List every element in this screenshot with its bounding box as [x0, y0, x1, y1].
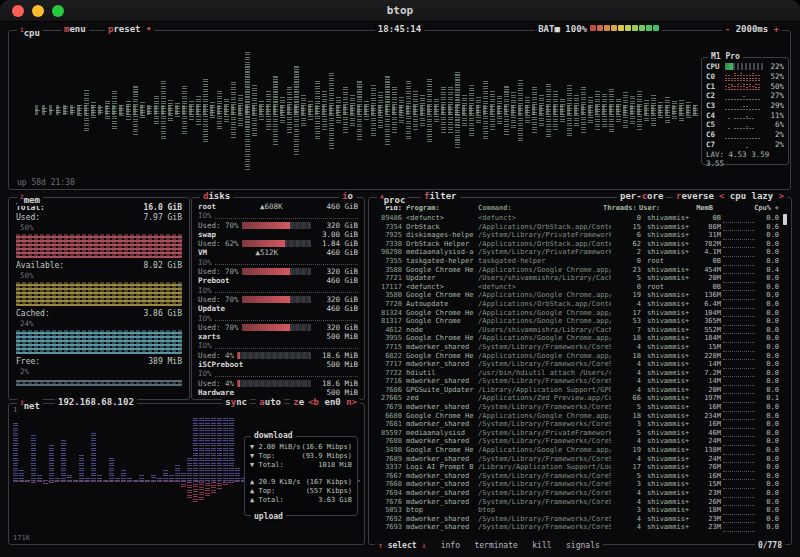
memory-box-title: 2mem	[17, 191, 43, 206]
per-core-toggle[interactable]: per-core	[617, 191, 666, 202]
core-row: C56%	[702, 120, 788, 130]
kill-button[interactable]: kill	[532, 541, 551, 550]
menu-button[interactable]: menu	[61, 24, 89, 35]
battery-meter	[590, 25, 659, 31]
update-interval[interactable]: - 2000ms +	[722, 24, 782, 35]
process-row[interactable]: 6822Google Chrome He/Applications/Google…	[375, 352, 779, 361]
cpu-box-title: 1cpu	[17, 24, 43, 39]
disk-row: Update460 GiB	[198, 304, 358, 313]
info-button[interactable]: info	[441, 541, 460, 550]
select-label[interactable]: select	[388, 541, 417, 550]
process-row[interactable]: 7694mdworker_shared/System/Library/Frame…	[375, 489, 779, 498]
process-row[interactable]: 98298mediaanalysisd-a/System/Library/Pri…	[375, 248, 779, 257]
process-row[interactable]: 7686GPGSuite_Updater/Library/Application…	[375, 386, 779, 395]
disk-row: Hardware500 MiB	[198, 388, 358, 397]
reverse-toggle[interactable]: reverse	[673, 191, 717, 202]
core-list: CPU22%C052%C150%C227%C329%C411%C56%C62%C…	[702, 58, 788, 149]
process-row[interactable]: 4612node/Users/shivammishra/Library/Cach…	[375, 326, 779, 335]
process-row[interactable]: 17117<defunct><defunct>0root0B0.0	[375, 283, 779, 292]
disk-row: Preboot460 GiB	[198, 276, 358, 285]
uptime-label: up 58d 21:38	[17, 178, 75, 187]
process-row[interactable]: 7689mdworker_shared/System/Library/Frame…	[375, 455, 779, 464]
disk-row: iSCPreboot500 MiB	[198, 360, 358, 369]
disks-box-title: disks	[200, 191, 233, 202]
io-toggle[interactable]: io	[339, 191, 356, 202]
disk-row: VM▲512K460 GiB	[198, 248, 358, 257]
sync-toggle[interactable]: sync	[222, 397, 250, 408]
process-row[interactable]: 7338OrbStack Helper/Applications/OrbStac…	[375, 240, 779, 249]
core-row: C62%	[702, 130, 788, 140]
nic-switcher[interactable]: <b en0 n>	[305, 397, 360, 408]
process-row[interactable]: 5053btopbtop3shivammis+18M0.0	[375, 506, 779, 515]
process-row[interactable]: 6680Google Chrome He/Applications/Google…	[375, 412, 779, 421]
process-row[interactable]: 7688mdworker_shared/System/Library/Frame…	[375, 437, 779, 446]
process-row[interactable]: 81324Google Chrome He/Applications/Googl…	[375, 309, 779, 318]
process-row[interactable]: 7679mdworker_shared/System/Library/Frame…	[375, 403, 779, 412]
filter-button[interactable]: filter	[421, 191, 460, 202]
disk-row: root▲608K460 GiB	[198, 202, 358, 211]
core-row: C227%	[702, 91, 788, 101]
signals-button[interactable]: signals	[566, 541, 600, 550]
process-rows: 89486<defunct><defunct>0shivammis+0B0.07…	[375, 214, 779, 534]
process-row[interactable]: 7354OrbStack/Applications/OrbStack.app/C…	[375, 223, 779, 232]
cpu-cores-panel: M1 Pro CPU22%C052%C150%C227%C329%C411%C5…	[701, 57, 789, 165]
memory-box: 2mem Total:16.0 GiBUsed:7.97 GiB50%Avail…	[8, 197, 190, 400]
core-row: C150%	[702, 81, 788, 91]
core-usage-graph	[725, 140, 763, 148]
core-row: C411%	[702, 110, 788, 120]
auto-toggle[interactable]: auto	[256, 397, 284, 408]
core-row: C72%	[702, 140, 788, 150]
process-box: 4proc filter per-core reverse tree < cpu…	[368, 197, 792, 545]
core-usage-graph	[725, 73, 763, 81]
download-stats: ▼ 2.08 MiB/s(16.6 Mibps)▼ Top:(93.9 Mibp…	[248, 443, 354, 470]
process-row[interactable]: 7720Autoupdate/Applications/OrbStack.app…	[375, 300, 779, 309]
core-row: C052%	[702, 72, 788, 82]
terminate-button[interactable]: terminate	[474, 541, 517, 550]
process-row[interactable]: 7668mdworker_shared/System/Library/Frame…	[375, 480, 779, 489]
process-row[interactable]: 7716mdworker_shared/System/Library/Frame…	[375, 377, 779, 386]
disks-box: disks io root▲608K460 GiBIO%Used: 70%320…	[191, 197, 365, 400]
process-row[interactable]: 7693mdworker_shared/System/Library/Frame…	[375, 523, 779, 532]
disk-row: xarts500 MiB	[198, 332, 358, 341]
btop-window: btop 1cpu menu preset • 18:45:14 BAT■ 10…	[0, 0, 800, 557]
preset-button[interactable]: preset •	[105, 24, 154, 35]
network-box-title: 3net	[17, 397, 43, 412]
process-row[interactable]: 3498Google Chrome He/Applications/Google…	[375, 446, 779, 455]
process-row[interactable]: 27665zed/Applications/Zed Preview.app/Co…	[375, 394, 779, 403]
cpu-usage-graph	[35, 47, 699, 173]
mem-stat-row: Available:8.02 GiB	[16, 261, 182, 271]
process-row[interactable]: 7667mdworker_shared/System/Library/Frame…	[375, 472, 779, 481]
sort-selector[interactable]: < cpu lazy >	[716, 191, 787, 202]
process-row[interactable]: 7925diskimages-helpe/System/Library/Priv…	[375, 231, 779, 240]
network-stats-panel: download ▼ 2.08 MiB/s(16.6 Mibps)▼ Top:(…	[244, 436, 358, 516]
mem-graph-free	[16, 380, 182, 386]
process-scrollbar[interactable]	[783, 214, 787, 532]
process-row[interactable]: 89486<defunct><defunct>0shivammis+0B0.0	[375, 214, 779, 223]
process-row[interactable]: 3588Google Chrome He/Applications/Google…	[375, 266, 779, 275]
ip-address: 192.168.68.102	[55, 397, 137, 408]
disk-row: swap3.00 GiB	[198, 230, 358, 239]
process-row[interactable]: 7721Updater/Users/shivammishra/Library/C…	[375, 274, 779, 283]
process-row[interactable]: 3580Google Chrome He/Applications/Google…	[375, 291, 779, 300]
process-row[interactable]: 81317Google Chrome/Applications/Google C…	[375, 317, 779, 326]
process-row[interactable]: 7355taskgated-helpertaskgated-helper0roo…	[375, 257, 779, 266]
core-usage-graph	[725, 131, 763, 139]
cpu-box: 1cpu menu preset • 18:45:14 BAT■ 100% - …	[8, 30, 791, 190]
process-row[interactable]: 7676mdworker_shared/System/Library/Frame…	[375, 498, 779, 507]
upload-stats: ▲ 20.9 KiB/s(167 Kibps)▲ Top:(557 Kibps)…	[248, 478, 354, 505]
select-up-icon[interactable]: ↑	[378, 541, 383, 550]
cpu-model-title: M1 Pro	[708, 51, 743, 62]
scrollbar-thumb[interactable]	[783, 214, 787, 225]
mem-stat-row: Used:7.97 GiB	[16, 213, 182, 223]
process-row[interactable]: 7717mdworker_shared/System/Library/Frame…	[375, 360, 779, 369]
titlebar: btop	[0, 0, 800, 22]
process-row[interactable]: 85597mediaanalysisd/System/Library/Priva…	[375, 429, 779, 438]
process-row[interactable]: 7692mdworker_shared/System/Library/Frame…	[375, 515, 779, 524]
process-row[interactable]: 7681mdworker_shared/System/Library/Frame…	[375, 420, 779, 429]
process-row[interactable]: 3337Logi AI Prompt B/Library/Application…	[375, 463, 779, 472]
process-table-header[interactable]: Pid: Program: Command: Threads: User: Me…	[375, 204, 779, 212]
process-row[interactable]: 7722hdiutil/usr/bin/hdiutil attach /User…	[375, 369, 779, 378]
process-row[interactable]: 7715mdworker_shared/System/Library/Frame…	[375, 343, 779, 352]
select-down-icon[interactable]: ↓	[421, 541, 426, 550]
process-row[interactable]: 3955Google Chrome He/Applications/Google…	[375, 334, 779, 343]
